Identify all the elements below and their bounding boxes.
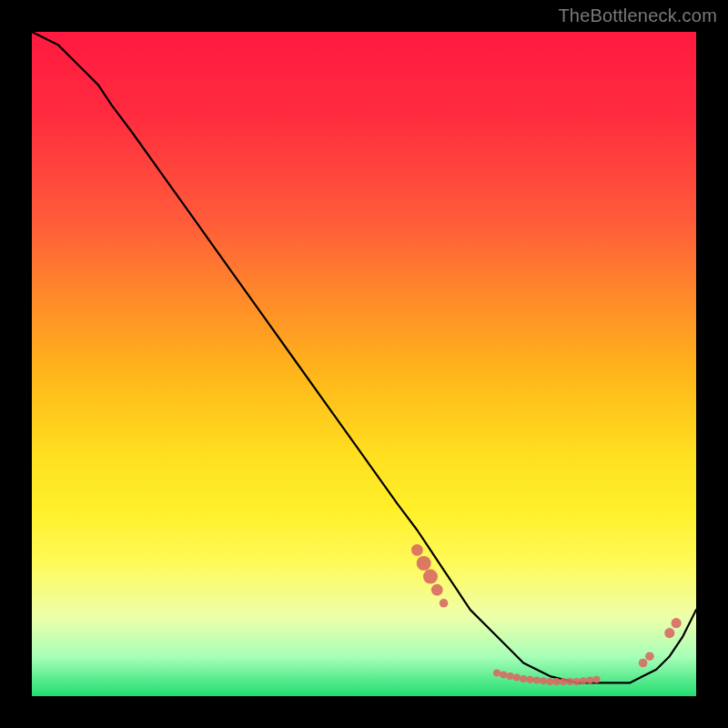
data-marker [645,652,654,661]
data-marker [586,677,593,684]
data-marker [507,672,514,680]
data-marker [513,674,521,682]
data-marker [560,678,567,685]
watermark-text: TheBottleneck.com [558,5,717,26]
data-marker [566,678,573,685]
chart-frame: TheBottleneck.com [0,0,728,728]
data-marker [520,675,527,682]
data-marker [672,618,682,628]
plot-area [32,32,696,696]
data-marker [527,676,534,683]
data-marker [639,659,648,668]
data-marker [573,678,581,685]
data-marker [593,676,601,683]
data-marker [431,584,443,596]
data-marker [417,556,431,571]
data-marker [540,677,547,684]
data-marker [580,677,587,684]
marker-group [411,544,682,685]
data-marker [553,678,561,685]
chart-svg [32,32,696,696]
data-marker [533,677,541,684]
data-marker [423,570,438,584]
data-marker [664,628,674,638]
data-marker [411,544,423,556]
data-marker [493,670,500,677]
data-marker [546,678,553,685]
data-marker [440,599,449,608]
main-curve [32,32,696,682]
data-marker [500,672,507,679]
